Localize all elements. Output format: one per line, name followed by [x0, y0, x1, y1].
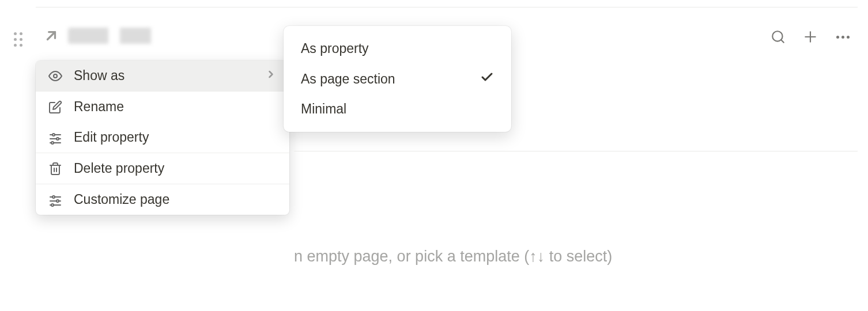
svg-point-5 — [54, 74, 57, 78]
check-icon — [480, 70, 494, 88]
svg-point-11 — [51, 142, 54, 144]
svg-point-15 — [52, 196, 55, 198]
search-button[interactable] — [770, 29, 786, 45]
menu-item-label: Delete property — [74, 161, 277, 176]
svg-point-7 — [52, 134, 55, 136]
sliders-icon — [48, 131, 62, 145]
eye-icon — [48, 69, 62, 83]
more-button[interactable] — [835, 29, 851, 45]
svg-point-19 — [51, 204, 54, 206]
menu-item-label: Edit property — [74, 130, 277, 145]
show-as-submenu: As property As page section Minimal — [284, 26, 511, 132]
submenu-item-minimal[interactable]: Minimal — [284, 94, 511, 124]
svg-point-17 — [56, 200, 59, 202]
menu-item-rename[interactable]: Rename — [36, 92, 289, 122]
submenu-item-label: As property — [301, 41, 494, 56]
submenu-item-label: Minimal — [301, 101, 494, 117]
menu-item-label: Show as — [74, 68, 254, 84]
menu-item-edit-property[interactable]: Edit property — [36, 122, 289, 153]
trash-icon — [48, 162, 62, 176]
property-title-blurred — [68, 28, 183, 44]
submenu-item-as-page-section[interactable]: As page section — [284, 63, 511, 94]
menu-item-delete-property[interactable]: Delete property — [36, 153, 289, 184]
menu-item-customize-page[interactable]: Customize page — [36, 184, 289, 215]
svg-line-0 — [48, 32, 55, 40]
context-menu: Show as Rename Edit prop — [36, 60, 289, 215]
svg-point-9 — [56, 138, 59, 140]
add-button[interactable] — [802, 29, 818, 45]
svg-line-2 — [781, 40, 784, 43]
divider — [36, 7, 858, 7]
sliders-icon — [48, 193, 62, 207]
menu-item-show-as[interactable]: Show as — [36, 60, 289, 91]
menu-item-label: Rename — [74, 99, 277, 115]
header-actions — [770, 29, 851, 45]
submenu-item-label: As page section — [301, 71, 473, 87]
rename-icon — [48, 100, 62, 114]
submenu-item-as-property[interactable]: As property — [284, 34, 511, 63]
plus-icon — [803, 29, 818, 44]
property-row — [44, 28, 183, 44]
arrow-up-right-icon — [44, 28, 59, 43]
drag-handle-icon[interactable] — [14, 32, 27, 48]
dots-horizontal-icon — [836, 36, 850, 39]
search-icon — [771, 29, 786, 44]
divider — [294, 151, 858, 151]
chevron-right-icon — [265, 68, 277, 84]
empty-page-placeholder: n empty page, or pick a template (↑↓ to … — [294, 248, 612, 266]
menu-item-label: Customize page — [74, 192, 277, 207]
